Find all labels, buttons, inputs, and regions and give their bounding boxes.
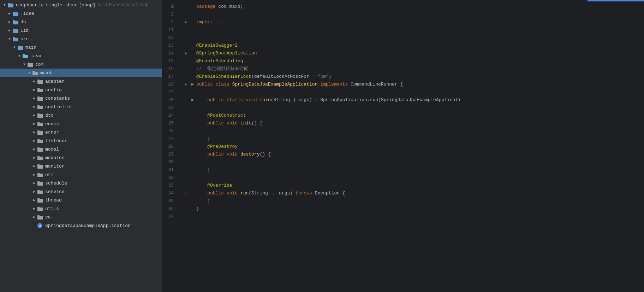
tree-arrow-service[interactable]: ▶: [32, 189, 37, 194]
top-bar: [162, 0, 644, 1]
sidebar-item-java[interactable]: ▼ java: [0, 52, 162, 60]
sidebar-item-enums[interactable]: ▶ enums: [0, 119, 162, 128]
sidebar-item-dto[interactable]: ▶ dto: [0, 111, 162, 119]
tree-label-enums: enums: [45, 121, 59, 127]
tree-arrow-SpringDataJpa[interactable]: [32, 224, 37, 228]
tree-arrow-lib[interactable]: ▶: [7, 28, 12, 33]
line-num-15: 15: [165, 57, 177, 65]
svg-rect-48: [37, 208, 43, 211]
code-text-29: public void destory() {: [196, 151, 271, 158]
tree-arrow-modules[interactable]: ▶: [32, 156, 37, 160]
tree-arrow-utils[interactable]: ▶: [32, 206, 37, 211]
tree-arrow-orm[interactable]: ▶: [32, 173, 37, 177]
sidebar-item-vo[interactable]: ▶ vo: [0, 213, 162, 221]
line-num-23: 23: [165, 104, 177, 112]
tree-arrow-config[interactable]: ▶: [32, 88, 37, 92]
tree-label-monitor: monitor: [45, 164, 65, 169]
sidebar-item-redphoenix[interactable]: ▼ redphoenix-single-shop [shop]D:\IDEWor…: [0, 1, 162, 9]
svg-rect-38: [37, 165, 43, 169]
line-numbers: 1231112131415161718192023242526272829303…: [162, 3, 179, 292]
svg-rect-30: [37, 131, 43, 135]
sidebar-item-schedule[interactable]: ▶ schedule: [0, 179, 162, 187]
folder-icon-dto: [37, 113, 44, 118]
folder-icon-model: [37, 147, 44, 152]
tree-arrow-thread[interactable]: ▶: [32, 198, 37, 202]
file-tree[interactable]: ▼ redphoenix-single-shop [shop]D:\IDEWor…: [0, 0, 162, 292]
tree-arrow-com[interactable]: ▼: [22, 63, 27, 66]
tree-arrow-redphoenix[interactable]: ▼: [2, 3, 7, 7]
tree-label-maxd: maxd: [40, 70, 51, 76]
tree-arrow-db[interactable]: ▶: [7, 20, 12, 24]
tree-arrow-main[interactable]: ▼: [12, 46, 17, 49]
tree-arrow-vo[interactable]: ▶: [32, 215, 37, 219]
tree-arrow-constants[interactable]: ▶: [32, 96, 37, 100]
svg-rect-1: [8, 3, 10, 4]
editor-content[interactable]: 1231112131415161718192023242526272829303…: [162, 1, 644, 292]
code-text-28: @PreDestroy: [196, 143, 238, 151]
svg-rect-20: [37, 89, 43, 92]
sidebar-item-utils[interactable]: ▶ utils: [0, 204, 162, 213]
sidebar-item-com[interactable]: ▼ com: [0, 60, 162, 69]
sidebar-item-src[interactable]: ▼ src: [0, 35, 162, 43]
code-text-27: }: [196, 135, 210, 143]
code-text-35: }: [196, 197, 210, 205]
sidebar-item-thread[interactable]: ▶ thread: [0, 196, 162, 204]
svg-rect-23: [37, 97, 40, 98]
sidebar-item-maxd[interactable]: ▼ maxd: [0, 69, 162, 77]
svg-rect-4: [13, 21, 18, 24]
sidebar-item-orm[interactable]: ▶ orm: [0, 170, 162, 179]
code-line-14: ●@SpringBootApplication: [182, 49, 644, 57]
sidebar-item-error[interactable]: ▶ error: [0, 128, 162, 136]
sidebar-item-constants[interactable]: ▶ constants: [0, 94, 162, 103]
line-num-35: 35: [165, 197, 177, 205]
sidebar-item-listener[interactable]: ▶ listener: [0, 136, 162, 145]
tree-label-idea: .idea: [20, 11, 34, 16]
svg-rect-32: [37, 140, 43, 143]
code-line-12: [182, 34, 644, 42]
tree-arrow-maxd[interactable]: ▼: [27, 71, 32, 75]
sidebar-item-adapter[interactable]: ▶ adapter: [0, 77, 162, 86]
code-text-16: // 指定锁默认持有时间: [196, 65, 249, 73]
svg-rect-5: [13, 20, 15, 21]
tree-arrow-schedule[interactable]: ▶: [32, 181, 37, 185]
sidebar-item-monitor[interactable]: ▶ monitor: [0, 162, 162, 170]
gutter-left-3: ●: [182, 18, 189, 26]
sidebar-item-db[interactable]: ▶ db: [0, 18, 162, 26]
tree-arrow-error[interactable]: ▶: [32, 130, 37, 134]
sidebar-item-controller[interactable]: ▶ controller: [0, 103, 162, 111]
svg-rect-49: [37, 207, 40, 208]
code-text-1: package com.maxd;: [196, 3, 243, 11]
code-text-3: import ...: [196, 18, 224, 26]
folder-icon-modules: [37, 155, 44, 160]
line-num-28: 28: [165, 143, 177, 151]
code-text-17: @EnableSchedulerLock(defaultLockAtMostFo…: [196, 73, 331, 81]
sidebar-item-modules[interactable]: ▶ modules: [0, 153, 162, 162]
sidebar-item-service[interactable]: ▶ service: [0, 187, 162, 196]
sidebar-item-lib[interactable]: ▶ lib: [0, 26, 162, 35]
tree-arrow-idea[interactable]: ▶: [7, 11, 12, 16]
line-num-31: 31: [165, 166, 177, 174]
line-num-14: 14: [165, 49, 177, 57]
sidebar-item-main[interactable]: ▼ main: [0, 43, 162, 52]
tree-arrow-adapter[interactable]: ▶: [32, 79, 37, 83]
folder-icon-monitor: [37, 164, 44, 169]
folder-icon-src: [13, 36, 19, 41]
tree-arrow-src[interactable]: ▼: [7, 37, 12, 41]
folder-icon-schedule: [37, 181, 44, 186]
tree-arrow-model[interactable]: ▶: [32, 147, 37, 151]
sidebar-item-idea[interactable]: ▶ .idea: [0, 9, 162, 18]
sidebar-item-model[interactable]: ▶ model: [0, 145, 162, 153]
tree-arrow-listener[interactable]: ▶: [32, 139, 37, 143]
tree-label-SpringDataJpa: SpringDataJpaExampleApplication: [45, 223, 131, 228]
tree-arrow-enums[interactable]: ▶: [32, 122, 37, 126]
line-num-2: 2: [165, 11, 177, 18]
tree-arrow-controller[interactable]: ▶: [32, 105, 37, 109]
tree-arrow-java[interactable]: ▼: [17, 54, 22, 58]
folder-icon-thread: [37, 198, 44, 203]
line-num-37: 37: [165, 213, 177, 221]
sidebar-item-config[interactable]: ▶ config: [0, 86, 162, 94]
svg-rect-2: [13, 12, 18, 16]
tree-arrow-dto[interactable]: ▶: [32, 113, 37, 117]
sidebar-item-SpringDataJpa[interactable]: J SpringDataJpaExampleApplication: [0, 221, 162, 230]
tree-arrow-monitor[interactable]: ▶: [32, 164, 37, 168]
